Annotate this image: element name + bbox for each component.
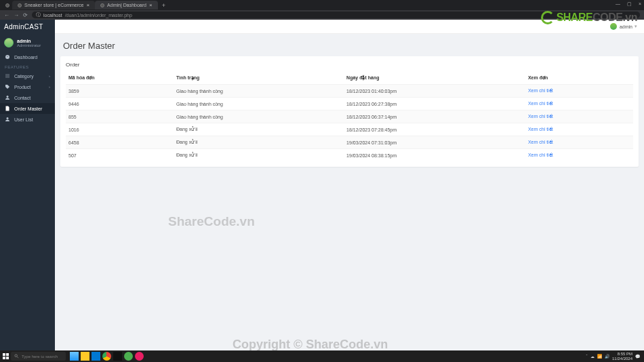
view-detail-link[interactable]: Xem chi tiết [528, 88, 553, 93]
chevron-up-icon[interactable]: ˄ [586, 354, 588, 359]
window-controls: — ▢ × [616, 1, 641, 7]
browser-tab-strip: Sneaker store | eCommerce × Admin| Dashb… [0, 0, 644, 10]
nav-label: Order Master [14, 106, 42, 111]
tab-favicon-placeholder [5, 3, 9, 7]
sidebar-item-dashboard[interactable]: Dashboard [0, 52, 55, 62]
browser-tab[interactable]: Sneaker store | eCommerce × [12, 1, 95, 9]
taskbar-apps [70, 352, 144, 361]
card-title: Order [66, 62, 633, 68]
new-tab-button[interactable]: + [158, 2, 169, 9]
app-icon[interactable] [124, 352, 133, 361]
wifi-icon[interactable]: 📶 [597, 354, 602, 359]
chevron-right-icon: › [49, 74, 50, 78]
nav-label: Product [14, 85, 31, 89]
terminal-icon[interactable] [113, 352, 122, 361]
cell-status: Đang xử lí [174, 149, 344, 162]
close-icon[interactable]: × [639, 1, 641, 7]
tab-title: Admin| Dashboard [107, 3, 146, 7]
svg-rect-4 [3, 357, 5, 359]
svg-point-1 [7, 117, 9, 119]
site-info-icon[interactable]: ⓘ [36, 12, 41, 18]
taskbar-clock[interactable]: 8:55 PM 11/24/2024 [612, 352, 632, 361]
taskbar-search[interactable] [11, 352, 66, 361]
svg-rect-2 [3, 353, 5, 356]
system-tray: ˄ ☁ 📶 🔊 8:55 PM 11/24/2024 💬 [586, 352, 643, 361]
col-date: Ngày đặt hàng [344, 72, 525, 85]
tab-favicon-icon [18, 3, 22, 7]
search-icon [14, 354, 19, 359]
view-detail-link[interactable]: Xem chi tiết [528, 127, 553, 132]
start-button[interactable] [1, 353, 9, 361]
table-row: 9446Giao hàng thành công18/12/2023 06:27… [66, 98, 633, 110]
sidebar-item-product[interactable]: Product › [0, 81, 55, 92]
file-icon [5, 106, 10, 111]
sidebar-item-order-master[interactable]: Order Master [0, 103, 55, 114]
vscode-icon[interactable] [92, 352, 100, 361]
col-id: Mã hóa đơn [66, 72, 174, 85]
cloud-icon[interactable]: ☁ [590, 354, 595, 359]
order-table: Mã hóa đơn Tình trạng Ngày đặt hàng Xem … [66, 72, 633, 161]
gauge-icon [5, 54, 10, 60]
cell-date: 19/03/2024 07:31:03pm [344, 136, 525, 149]
volume-icon[interactable]: 🔊 [605, 354, 609, 359]
view-detail-link[interactable]: Xem chi tiết [528, 114, 553, 119]
svg-point-0 [7, 96, 9, 98]
chevron-right-icon: › [49, 85, 50, 89]
view-detail-link[interactable]: Xem chi tiết [528, 101, 553, 106]
notifications-icon[interactable]: 💬 [635, 354, 640, 359]
reload-icon[interactable]: ⟳ [23, 12, 28, 18]
svg-rect-5 [6, 357, 9, 359]
chrome-icon[interactable] [102, 352, 111, 361]
forward-icon[interactable]: → [14, 12, 19, 18]
tab-close-icon[interactable]: × [149, 2, 153, 8]
cell-status: Giao hàng thành công [174, 98, 344, 110]
tab-close-icon[interactable]: × [86, 2, 89, 8]
svg-point-6 [15, 355, 18, 357]
address-bar[interactable]: ⓘ localhost/duan1/admin/order_master.php [32, 12, 640, 18]
app-icon[interactable] [135, 352, 144, 361]
table-row: 855Giao hàng thành công18/12/2023 06:37:… [66, 110, 633, 123]
search-input[interactable] [22, 355, 62, 359]
back-icon[interactable]: ← [4, 12, 9, 18]
view-detail-link[interactable]: Xem chi tiết [528, 140, 553, 144]
explorer-icon[interactable] [81, 352, 89, 361]
cell-date: 19/03/2024 08:38:15pm [344, 149, 525, 162]
cell-id: 6458 [66, 136, 174, 149]
cell-status: Đang xử lí [174, 123, 344, 136]
browser-tab[interactable]: Admin| Dashboard × [95, 1, 158, 9]
cell-status: Đang xử lí [174, 136, 344, 149]
brand: AdminCAST [0, 20, 55, 34]
sidebar-user: admin Administrator [0, 34, 55, 52]
sidebar-item-user-list[interactable]: User List [0, 114, 55, 125]
cell-id: 1016 [66, 123, 174, 136]
task-view-icon[interactable] [70, 352, 79, 361]
tab-title: Sneaker store | eCommerce [24, 3, 83, 7]
cell-id: 9446 [66, 98, 174, 110]
list-icon [5, 73, 10, 79]
user-name: admin [17, 39, 41, 43]
minimize-icon[interactable]: — [616, 1, 620, 7]
cell-date: 18/12/2023 06:37:14pm [344, 110, 525, 123]
sidebar-item-category[interactable]: Category › [0, 71, 55, 81]
table-row: 1016Đang xử lí18/12/2023 07:28:45pmXem c… [66, 123, 633, 136]
user-icon [5, 117, 10, 122]
cell-id: 3859 [66, 85, 174, 98]
cell-date: 18/12/2023 07:28:45pm [344, 123, 525, 136]
chevron-down-icon[interactable]: ▾ [635, 24, 637, 29]
nav-label: Category [14, 74, 33, 79]
user-icon [5, 95, 10, 100]
tab-favicon-icon [100, 3, 104, 7]
cell-date: 18/12/2023 06:27:38pm [344, 98, 525, 110]
table-row: 3859Giao hàng thành công18/12/2023 01:40… [66, 85, 633, 98]
topbar-user[interactable]: admin [620, 24, 632, 29]
clock-time: 8:55 PM [612, 352, 632, 357]
table-row: 6458Đang xử lí19/03/2024 07:31:03pmXem c… [66, 136, 633, 149]
maximize-icon[interactable]: ▢ [627, 1, 632, 7]
col-view: Xem đơn [525, 72, 633, 85]
sidebar-item-contact[interactable]: Contact [0, 92, 55, 103]
cell-id: 855 [66, 110, 174, 123]
nav-label: User List [14, 117, 33, 122]
page-title: Order Master [63, 41, 639, 51]
nav-label: Dashboard [14, 55, 37, 60]
view-detail-link[interactable]: Xem chi tiết [528, 153, 553, 157]
